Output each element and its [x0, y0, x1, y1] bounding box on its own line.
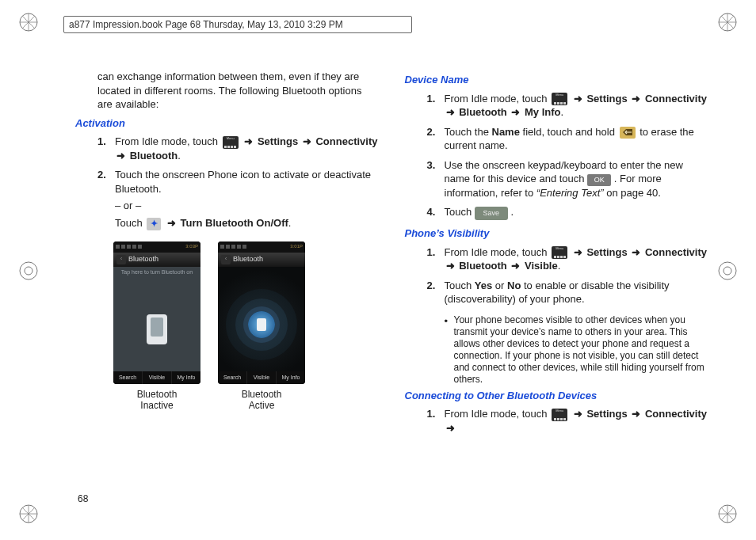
intro-paragraph: can exchange information between them, e…: [97, 70, 380, 112]
phone-active-column: 3:01P ‹Bluetooth Search Visible My Info …: [218, 241, 305, 412]
svg-point-12: [719, 262, 736, 280]
visibility-bullet: • Your phone becomes visible to other de…: [445, 314, 709, 386]
bullet-text: Your phone becomes visible to other devi…: [454, 314, 709, 386]
softkey-visible: Visible: [143, 371, 172, 384]
arrow-icon: ➜: [630, 93, 642, 105]
devname-step-4: 4. Touch Save .: [427, 205, 709, 223]
svg-point-13: [724, 267, 731, 275]
softkey-myinfo: My Info: [172, 371, 200, 384]
connecting-heading: Connecting to Other Bluetooth Devices: [405, 389, 709, 403]
crop-header-text: a877 Impression.book Page 68 Thursday, M…: [69, 19, 343, 30]
menu-icon: [223, 136, 239, 149]
softkey-visible: Visible: [247, 371, 277, 384]
caption-active: Bluetooth Active: [242, 389, 282, 412]
phone-screenshots: 3:03P ‹Bluetooth Tap here to turn Blueto…: [113, 241, 380, 412]
crop-header: a877 Impression.book Page 68 Thursday, M…: [63, 16, 412, 33]
devname-step-1: 1. From Idle mode, touch ➜ Settings ➜ Co…: [427, 92, 709, 123]
crop-mark-mid-right: [716, 260, 739, 282]
arrow-icon: ➜: [630, 408, 642, 420]
step-number: 1.: [97, 135, 115, 165]
devname-step-3: 3. Use the onscreen keypad/keyboard to e…: [427, 158, 709, 203]
softkey-bar: Search Visible My Info: [218, 371, 305, 384]
crop-mark-top-right: [716, 11, 739, 33]
crop-mark-mid-left: [17, 260, 40, 282]
back-icon: ‹: [116, 255, 126, 264]
visibility-step-1: 1. From Idle mode, touch ➜ Settings ➜ Co…: [427, 245, 709, 276]
menu-icon: [552, 409, 567, 421]
path-settings: Settings: [258, 135, 298, 147]
activation-step-2: 2. Touch the onscreen Phone icon to acti…: [97, 168, 380, 233]
bullet-icon: •: [445, 314, 454, 386]
crop-mark-bottom-right: [716, 503, 739, 525]
status-time: 3:01P: [290, 243, 303, 249]
save-button-graphic: Save: [475, 207, 508, 220]
svg-point-11: [25, 267, 32, 275]
arrow-icon: ➜: [572, 408, 584, 420]
bluetooth-radar-icon: [248, 311, 275, 338]
bluetooth-icon: ✦: [147, 218, 161, 230]
visibility-step-2: 2. Touch Yes or No to enable or disable …: [427, 279, 709, 310]
text: Touch: [115, 217, 145, 229]
step-body: Touch the onscreen Phone icon to activat…: [115, 168, 380, 233]
svg-point-10: [20, 262, 37, 280]
path-bluetooth: Bluetooth: [130, 150, 178, 162]
softkey-search: Search: [113, 371, 143, 384]
ok-button-graphic: OK: [587, 174, 611, 186]
connecting-step-1: 1. From Idle mode, touch ➜ Settings ➜ Co…: [427, 407, 709, 438]
phone-inactive: 3:03P ‹Bluetooth Tap here to turn Blueto…: [113, 241, 200, 384]
turn-bt-label: Turn Bluetooth On/Off: [181, 217, 288, 229]
arrow-icon: ➜: [166, 217, 178, 229]
content-columns: can exchange information between them, e…: [75, 70, 708, 504]
right-column: Device Name 1. From Idle mode, touch ➜ S…: [405, 70, 709, 504]
arrow-icon: ➜: [572, 246, 584, 258]
phone-device-icon: [147, 314, 167, 344]
arrow-icon: ➜: [445, 422, 456, 434]
backspace-icon: [620, 127, 636, 139]
crop-mark-top-left: [17, 11, 40, 33]
arrow-icon: ➜: [445, 260, 456, 272]
phone-title: Bluetooth: [233, 254, 263, 264]
phone-title: Bluetooth: [128, 254, 158, 264]
softkey-myinfo: My Info: [277, 371, 305, 384]
document-page: a877 Impression.book Page 68 Thursday, M…: [0, 0, 756, 540]
phone-inactive-column: 3:03P ‹Bluetooth Tap here to turn Blueto…: [113, 241, 200, 412]
softkey-bar: Search Visible My Info: [113, 371, 200, 384]
crop-mark-bottom-left: [17, 503, 40, 525]
back-icon: ‹: [221, 255, 231, 264]
activation-step-1: 1. From Idle mode, touch ➜ Settings ➜ Co…: [97, 135, 380, 165]
arrow-icon: ➜: [630, 246, 642, 258]
arrow-icon: ➜: [572, 93, 584, 105]
page-number: 68: [78, 493, 88, 504]
text: – or –: [115, 199, 380, 213]
activation-heading: Activation: [75, 116, 380, 131]
step-body: From Idle mode, touch ➜ Settings ➜ Conne…: [115, 135, 380, 165]
arrow-icon: ➜: [510, 106, 521, 118]
softkey-search: Search: [218, 371, 247, 384]
arrow-icon: ➜: [301, 135, 313, 147]
phone-active: 3:01P ‹Bluetooth Search Visible My Info: [218, 241, 305, 384]
device-name-heading: Device Name: [405, 73, 709, 87]
left-column: can exchange information between them, e…: [75, 70, 380, 504]
status-time: 3:03P: [185, 243, 198, 249]
tap-hint: Tap here to turn Bluetooth on: [113, 268, 200, 276]
text: Touch the onscreen Phone icon to activat…: [115, 168, 380, 196]
devname-step-2: 2. Touch the Name field, touch and hold …: [427, 125, 709, 156]
arrow-icon: ➜: [510, 260, 521, 272]
arrow-icon: ➜: [115, 150, 127, 162]
arrow-icon: ➜: [445, 106, 456, 118]
step-number: 2.: [97, 168, 115, 233]
path-connectivity: Connectivity: [315, 135, 377, 147]
caption-inactive: Bluetooth Inactive: [137, 389, 178, 412]
arrow-icon: ➜: [242, 135, 254, 147]
text: From Idle mode, touch: [115, 135, 221, 147]
visibility-heading: Phone’s Visibility: [405, 226, 709, 241]
menu-icon: [552, 93, 567, 105]
menu-icon: [552, 246, 567, 259]
entering-text-ref: “Entering Text”: [536, 187, 604, 199]
